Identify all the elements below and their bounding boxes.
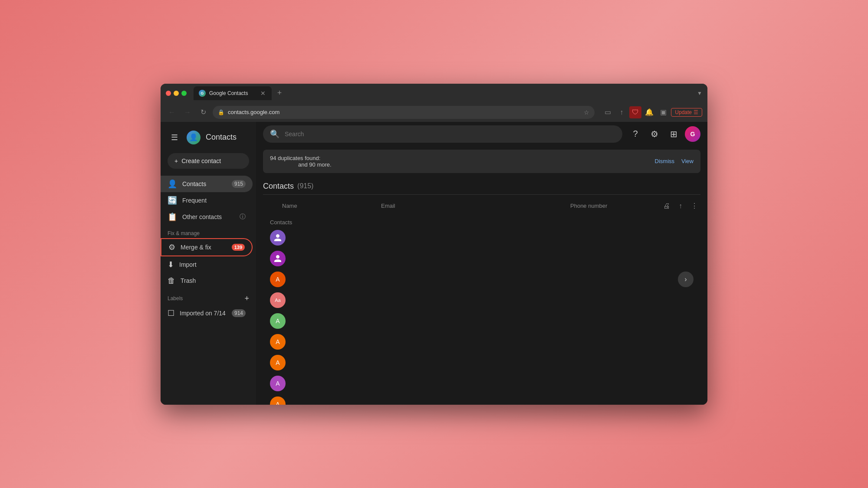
bookmark-icon[interactable]: ☆ — [584, 109, 589, 116]
more-options-button[interactable]: ⋮ — [688, 200, 700, 212]
import-icon: ⬇ — [168, 260, 174, 269]
next-contact-button[interactable]: › — [678, 272, 694, 287]
refresh-button[interactable]: ↻ — [197, 106, 209, 118]
other-contacts-icon: 📋 — [168, 212, 177, 222]
app-icon: 👤 — [187, 131, 201, 144]
sidebar-item-other-contacts[interactable]: 📋 Other contacts ⓘ — [161, 209, 253, 225]
apps-button[interactable]: ⊞ — [666, 126, 681, 142]
sidebar-item-frequent[interactable]: 🔄 Frequent — [161, 192, 253, 209]
search-bar[interactable]: 🔍 — [263, 125, 622, 143]
tab-close-button[interactable]: ✕ — [260, 90, 266, 97]
sidebar-item-merge-fix[interactable]: ⚙ Merge & fix 139 — [161, 238, 253, 256]
dismiss-button[interactable]: Dismiss — [655, 158, 675, 164]
merge-fix-badge: 139 — [232, 244, 245, 251]
table-row[interactable] — [263, 248, 700, 269]
topbar-actions: ? ⚙ ⊞ G — [628, 126, 700, 142]
search-icon: 🔍 — [270, 129, 279, 139]
url-bar[interactable]: 🔒 contacts.google.com ☆ — [213, 106, 595, 119]
other-contacts-label: Other contacts — [182, 213, 234, 220]
sidebar-toggle-icon[interactable]: ▣ — [657, 106, 669, 118]
trash-label: Trash — [181, 277, 246, 284]
frequent-label: Frequent — [182, 197, 246, 204]
fix-manage-section-title: Fix & manage — [161, 225, 256, 238]
table-row[interactable]: Aa — [263, 290, 700, 311]
avatar: A — [270, 272, 286, 287]
add-label-button[interactable]: + — [244, 294, 249, 303]
contacts-count: (915) — [297, 182, 313, 190]
duplicate-notice: 94 duplicates found: and 90 more. Dismis… — [263, 150, 700, 173]
app-title: Contacts — [206, 133, 237, 142]
share-icon[interactable]: ↑ — [615, 106, 628, 118]
merge-fix-label: Merge & fix — [181, 244, 227, 251]
export-button[interactable]: ↑ — [674, 200, 687, 212]
table-row[interactable]: A — [263, 373, 700, 394]
sidebar-item-import[interactable]: ⬇ Import — [161, 256, 253, 273]
col-actions-header: 🖨 ↑ ⋮ — [661, 200, 700, 212]
create-contact-button[interactable]: + Create contact — [168, 153, 249, 169]
contacts-list: Contacts — [256, 216, 707, 405]
update-menu-icon: ☰ — [694, 109, 698, 115]
table-row[interactable]: A — [263, 331, 700, 352]
sidebar-header: ☰ 👤 Contacts — [161, 127, 256, 151]
screen-icon[interactable]: ▭ — [602, 106, 614, 118]
table-row[interactable]: A › — [263, 269, 700, 290]
notification-icon[interactable]: 🔔 — [643, 106, 655, 118]
back-button[interactable]: ← — [166, 106, 178, 118]
user-avatar[interactable]: G — [685, 126, 700, 142]
print-button[interactable]: 🖨 — [661, 200, 673, 212]
active-tab[interactable]: G Google Contacts ✕ — [194, 86, 272, 100]
hamburger-button[interactable]: ☰ — [168, 131, 181, 144]
table-row[interactable]: A — [263, 311, 700, 331]
lock-icon: 🔒 — [218, 109, 224, 115]
search-input[interactable] — [285, 131, 615, 138]
avatar: Aa — [270, 292, 286, 308]
sidebar: ☰ 👤 Contacts + Create contact 👤 Contacts… — [161, 122, 256, 405]
duplicate-text: 94 duplicates found: and 90 more. — [270, 155, 332, 168]
shield-icon[interactable]: 🛡 — [629, 106, 641, 118]
contacts-badge: 915 — [232, 180, 246, 188]
contacts-header: Contacts (915) — [263, 178, 700, 195]
sidebar-item-contacts[interactable]: 👤 Contacts 915 — [161, 176, 253, 192]
close-traffic-light[interactable] — [166, 91, 171, 96]
sidebar-item-imported-714[interactable]: ☐ Imported on 7/14 914 — [161, 305, 253, 321]
contacts-group-label: Contacts — [263, 216, 700, 227]
other-contacts-info-icon[interactable]: ⓘ — [240, 213, 246, 221]
col-email-header: Email — [381, 203, 567, 209]
contacts-section-header: Contacts (915) — [256, 177, 707, 197]
minimize-traffic-light[interactable] — [174, 91, 179, 96]
trash-icon: 🗑 — [168, 276, 175, 285]
url-text: contacts.google.com — [228, 109, 279, 115]
avatar: A — [270, 355, 286, 370]
new-tab-button[interactable]: + — [273, 87, 286, 99]
sidebar-item-trash[interactable]: 🗑 Trash — [161, 273, 253, 289]
tab-favicon: G — [199, 90, 206, 97]
forward-button[interactable]: → — [181, 106, 194, 118]
traffic-lights — [166, 91, 187, 96]
update-button[interactable]: Update ☰ — [671, 108, 702, 117]
table-row[interactable]: A — [263, 352, 700, 373]
title-bar: G Google Contacts ✕ + ▼ — [161, 84, 707, 103]
imported-badge: 914 — [232, 309, 246, 317]
settings-button[interactable]: ⚙ — [647, 126, 662, 142]
merge-fix-icon: ⚙ — [168, 242, 175, 252]
label-icon: ☐ — [168, 308, 174, 318]
maximize-traffic-light[interactable] — [181, 91, 187, 96]
help-button[interactable]: ? — [628, 126, 643, 142]
expand-button[interactable]: ▼ — [697, 90, 702, 96]
content-area: 🔍 ? ⚙ ⊞ G 94 duplicates found: and 90 mo… — [256, 122, 707, 405]
address-bar: ← → ↻ 🔒 contacts.google.com ☆ ▭ ↑ 🛡 🔔 ▣ … — [161, 103, 707, 122]
table-row[interactable] — [263, 227, 700, 248]
avatar: A — [270, 396, 286, 405]
tabs-area: G Google Contacts ✕ + — [194, 86, 694, 100]
import-label: Import — [179, 261, 246, 268]
col-phone-header: Phone number — [570, 203, 657, 209]
view-button[interactable]: View — [681, 158, 694, 164]
table-row[interactable]: A — [263, 394, 700, 405]
browser-actions: ▭ ↑ 🛡 🔔 ▣ Update ☰ — [602, 106, 702, 118]
browser-window: G Google Contacts ✕ + ▼ ← → ↻ 🔒 contacts… — [161, 84, 707, 405]
labels-header: Labels + — [161, 289, 256, 305]
plus-icon: + — [174, 157, 178, 164]
contacts-section-title: Contacts — [263, 182, 294, 191]
content-topbar: 🔍 ? ⚙ ⊞ G — [256, 122, 707, 146]
frequent-icon: 🔄 — [168, 196, 177, 205]
